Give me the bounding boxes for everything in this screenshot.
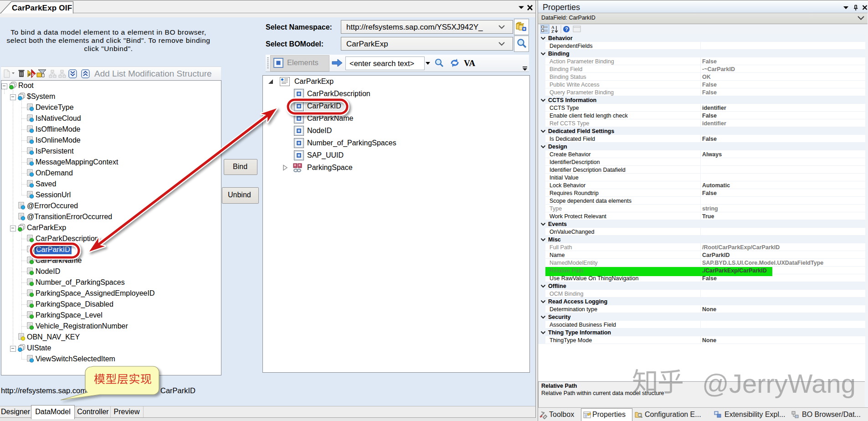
svg-text:b: b <box>32 72 35 77</box>
svg-text:Z: Z <box>551 29 554 34</box>
svg-text:@JerryWang: @JerryWang <box>702 369 856 398</box>
svg-text:?: ? <box>565 26 568 32</box>
